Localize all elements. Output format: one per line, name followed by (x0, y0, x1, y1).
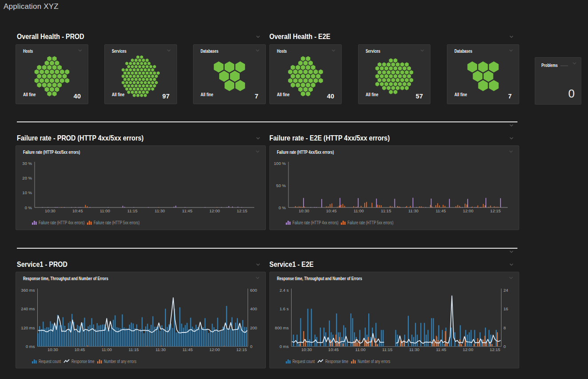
hexagon-cell[interactable] (125, 81, 128, 85)
chevron-down-icon[interactable] (167, 49, 172, 52)
hexagon-cell[interactable] (153, 84, 156, 88)
hexagon-cell[interactable] (301, 65, 305, 70)
hexagon-cell[interactable] (147, 81, 150, 85)
hexagon-cell[interactable] (131, 71, 134, 75)
hexagon-cell[interactable] (55, 69, 59, 74)
hexagon-cell[interactable] (301, 56, 305, 61)
hexagon-cell[interactable] (375, 66, 379, 70)
hexagon-cell[interactable] (52, 82, 57, 87)
hexagon-cell[interactable] (308, 61, 313, 66)
hexagon-cell[interactable] (308, 69, 313, 74)
hexagon-cell[interactable] (378, 62, 382, 66)
hexagon-cell[interactable] (47, 82, 51, 87)
hexagon-cell[interactable] (153, 78, 156, 81)
hexagon-cell[interactable] (123, 71, 126, 75)
hexagon-cell[interactable] (144, 62, 147, 65)
hexagon-cell[interactable] (403, 82, 406, 86)
hexagon-cell[interactable] (291, 82, 295, 87)
hexagon-cell[interactable] (140, 87, 143, 91)
hexagon-cell[interactable] (288, 78, 292, 83)
hexagon-cell[interactable] (235, 80, 245, 91)
hexagon-cell[interactable] (144, 87, 147, 91)
hexagon-cell[interactable] (306, 82, 310, 87)
hexagon-cell[interactable] (136, 87, 139, 91)
hexagon-cell[interactable] (304, 78, 308, 83)
hexagon-cell[interactable] (129, 74, 132, 78)
hexagon-cell[interactable] (146, 78, 149, 81)
hexagon-cell[interactable] (47, 91, 51, 96)
chart-tile-service-prod[interactable]: Response time, Throughput and Number of … (16, 272, 266, 368)
hexagon-cell[interactable] (219, 70, 229, 82)
hexagon-cell[interactable] (484, 70, 493, 82)
chevron-down-icon[interactable] (331, 49, 336, 52)
hexagon-cell[interactable] (147, 74, 150, 78)
hexagon-cell[interactable] (45, 61, 49, 66)
hexagon-cell[interactable] (387, 78, 391, 82)
hexagon-cell[interactable] (311, 82, 316, 87)
chevron-down-icon[interactable] (509, 35, 514, 39)
hexagon-cell[interactable] (47, 74, 51, 78)
chevron-down-icon[interactable] (420, 49, 425, 52)
hexagon-cell[interactable] (47, 56, 51, 61)
hexagon-cell[interactable] (382, 78, 386, 82)
hexagon-cell[interactable] (214, 61, 224, 72)
hexagon-cell[interactable] (122, 74, 125, 78)
hexagon-cell[interactable] (60, 78, 64, 83)
hexagon-cell[interactable] (304, 87, 308, 92)
hexagon-cell[interactable] (316, 74, 320, 78)
chart-tile-service-e2e[interactable]: Response time, Throughput and Number of … (269, 272, 519, 368)
hexagon-cell[interactable] (146, 71, 149, 75)
hexagon-cell[interactable] (405, 78, 409, 82)
hexagon-cell[interactable] (389, 90, 393, 94)
hexagon-cell[interactable] (306, 65, 310, 70)
hexagon-cell[interactable] (144, 68, 147, 72)
chevron-down-icon[interactable] (509, 124, 514, 127)
hexagon-cell[interactable] (403, 66, 406, 70)
hexagon-cell[interactable] (396, 62, 400, 66)
hexagon-cell[interactable] (136, 55, 139, 59)
hexagon-cell[interactable] (147, 62, 150, 65)
hexagon-cell[interactable] (153, 65, 156, 69)
hexagon-cell[interactable] (147, 87, 150, 91)
hexagon-cell[interactable] (42, 65, 47, 70)
hexagon-cell[interactable] (380, 66, 384, 70)
hexagon-cell[interactable] (142, 90, 145, 94)
health-tile-databases-prod[interactable]: Databases All fine 7 (193, 44, 266, 104)
hexagon-cell[interactable] (123, 78, 126, 81)
hexagon-cell[interactable] (55, 87, 59, 92)
hexagon-cell[interactable] (138, 84, 142, 88)
hexagon-cell[interactable] (394, 90, 398, 94)
hexagon-cell[interactable] (387, 70, 391, 74)
hexagon-cell[interactable] (389, 66, 393, 70)
hexagon-cell[interactable] (407, 82, 411, 86)
hexagon-cell[interactable] (140, 68, 143, 72)
hexagon-cell[interactable] (394, 74, 398, 78)
hexagon-cell[interactable] (52, 74, 57, 78)
hexagon-cell[interactable] (400, 86, 404, 90)
chevron-down-icon[interactable] (509, 49, 514, 52)
hexagon-cell[interactable] (153, 71, 156, 75)
hexagon-cell[interactable] (131, 59, 134, 62)
hexagon-cell[interactable] (298, 69, 303, 74)
hexagon-cell[interactable] (149, 65, 152, 69)
hexagon-cell[interactable] (389, 74, 393, 78)
hexagon-cell[interactable] (129, 81, 132, 85)
hexagon-cell[interactable] (380, 74, 384, 78)
hexagon-cell[interactable] (293, 78, 298, 83)
hexagon-cell[interactable] (151, 81, 154, 85)
hexagon-cell[interactable] (57, 82, 62, 87)
hexagon-cell[interactable] (308, 78, 313, 83)
hexagon-cell[interactable] (50, 87, 54, 92)
hexagon-cell[interactable] (136, 81, 139, 85)
hexagon-cell[interactable] (127, 65, 130, 69)
hexagon-cell[interactable] (122, 68, 125, 72)
hexagon-cell[interactable] (52, 91, 57, 96)
hexagon-cell[interactable] (144, 94, 147, 97)
hexagon-cell[interactable] (155, 74, 158, 78)
hexagon-cell[interactable] (57, 65, 62, 70)
hexagon-cell[interactable] (400, 78, 404, 82)
hexagon-cell[interactable] (389, 59, 393, 63)
hexagon-cell[interactable] (467, 61, 477, 72)
hexagon-cell[interactable] (35, 78, 39, 83)
hexagon-cell[interactable] (396, 70, 400, 74)
